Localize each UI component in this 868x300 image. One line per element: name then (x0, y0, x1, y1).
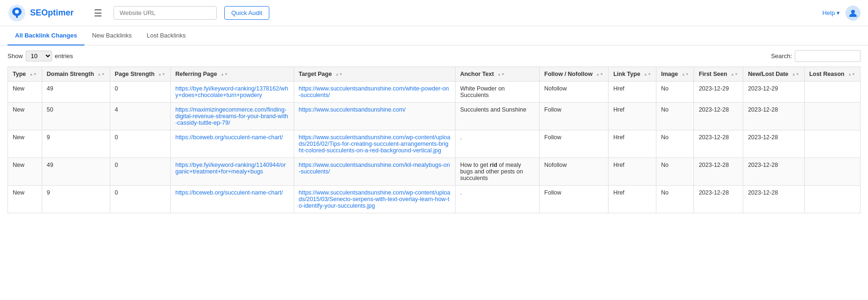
table-cell: 0 (110, 82, 170, 103)
table-cell: New (8, 186, 42, 213)
table-header-row: Type ▲▼ Domain Strength ▲▼ Page Strength… (8, 67, 860, 82)
sort-anchor-icon: ▲▼ (497, 73, 505, 76)
search-input[interactable] (795, 50, 860, 62)
table-cell: 2023-12-28 (694, 103, 743, 130)
url-input[interactable] (114, 6, 217, 20)
table-cell: 2023-12-28 (743, 130, 804, 158)
table-cell (804, 103, 860, 130)
backlinks-table: Type ▲▼ Domain Strength ▲▼ Page Strength… (8, 67, 860, 213)
entries-label: entries (55, 52, 73, 60)
sort-target-icon: ▲▼ (335, 73, 343, 76)
sort-domain-icon: ▲▼ (98, 73, 105, 76)
tab-all-backlink-changes[interactable]: All Backlink Changes (8, 26, 84, 45)
search-area: Search: (771, 50, 860, 62)
table-cell: 2023-12-29 (694, 82, 743, 103)
table-cell: https://www.succulentsandsunshine.com/ki… (294, 158, 455, 186)
table-cell: New (8, 82, 42, 103)
table-cell: https://bceweb.org/succulent-name-chart/ (170, 130, 294, 158)
table-row: New490https://bye.fyi/keyword-ranking/13… (8, 82, 860, 103)
sort-follow-icon: ▲▼ (596, 73, 603, 76)
table-cell (804, 82, 860, 103)
hamburger-icon[interactable]: ☰ (90, 6, 106, 21)
sort-referring-icon: ▲▼ (221, 73, 228, 76)
tab-lost-backlinks[interactable]: Lost Backlinks (139, 26, 193, 45)
col-target-page[interactable]: Target Page ▲▼ (294, 67, 455, 82)
table-cell: No (656, 103, 693, 130)
table-cell (804, 186, 860, 213)
header-right: Help ▾ (822, 6, 860, 21)
table-cell: https://bceweb.org/succulent-name-chart/ (170, 186, 294, 213)
table-cell: No (656, 158, 693, 186)
table-cell: 2023-12-29 (743, 82, 804, 103)
table-cell: Nofollow (540, 158, 609, 186)
col-link-type[interactable]: Link Type ▲▼ (609, 67, 656, 82)
table-cell: Href (609, 158, 656, 186)
sort-newlost-icon: ▲▼ (792, 73, 799, 76)
col-anchor-text[interactable]: Anchor Text ▲▼ (455, 67, 539, 82)
table-cell: 0 (110, 186, 170, 213)
table-cell: https://www.succulentsandsunshine.com/wh… (294, 82, 455, 103)
table-row: New90https://bceweb.org/succulent-name-c… (8, 130, 860, 158)
table-cell: Href (609, 130, 656, 158)
col-first-seen[interactable]: First Seen ▲▼ (694, 67, 743, 82)
table-cell: 0 (110, 158, 170, 186)
tab-new-backlinks[interactable]: New Backlinks (84, 26, 139, 45)
table-cell: https://bye.fyi/keyword-ranking/1140944/… (170, 158, 294, 186)
logo-area: SEOptimer (8, 4, 83, 22)
table-cell: Href (609, 82, 656, 103)
table-cell: Follow (540, 103, 609, 130)
svg-point-1 (15, 10, 19, 14)
table-row: New504https://maximizingecommerce.com/fi… (8, 103, 860, 130)
table-cell: Href (609, 186, 656, 213)
sort-page-icon: ▲▼ (158, 73, 166, 76)
col-image[interactable]: Image ▲▼ (656, 67, 693, 82)
sort-type-icon: ▲▼ (30, 73, 37, 76)
help-button[interactable]: Help ▾ (822, 9, 840, 16)
table-cell: Follow (540, 186, 609, 213)
table-cell: 2023-12-28 (694, 186, 743, 213)
svg-point-2 (851, 10, 855, 14)
table-cell: No (656, 186, 693, 213)
col-domain-strength[interactable]: Domain Strength ▲▼ (42, 67, 110, 82)
table-cell: 50 (42, 103, 110, 130)
user-avatar[interactable] (845, 6, 860, 21)
table-cell: New (8, 158, 42, 186)
table-cell: Succulents and Sunshine (455, 103, 539, 130)
col-referring-page[interactable]: Referring Page ▲▼ (170, 67, 294, 82)
show-label: Show (8, 52, 23, 60)
table-cell: https://maximizingecommerce.com/finding-… (170, 103, 294, 130)
table-cell: 2023-12-28 (743, 103, 804, 130)
table-cell: 2023-12-28 (743, 186, 804, 213)
col-new-lost-date[interactable]: New/Lost Date ▲▼ (743, 67, 804, 82)
table-cell: No (656, 82, 693, 103)
logo-icon (8, 4, 26, 22)
col-lost-reason[interactable]: Lost Reason ▲▼ (804, 67, 860, 82)
search-label: Search: (771, 52, 792, 60)
user-icon (848, 8, 858, 18)
table-cell: 2023-12-28 (743, 158, 804, 186)
col-page-strength[interactable]: Page Strength ▲▼ (110, 67, 170, 82)
table-cell: 9 (42, 130, 110, 158)
logo-text: SEOptimer (30, 8, 74, 18)
table-cell (804, 130, 860, 158)
table-cell: https://www.succulentsandsunshine.com/ (294, 103, 455, 130)
quick-audit-button[interactable]: Quick Audit (224, 6, 269, 20)
col-type[interactable]: Type ▲▼ (8, 67, 42, 82)
sort-image-icon: ▲▼ (682, 73, 689, 76)
table-cell: No (656, 130, 693, 158)
sort-linktype-icon: ▲▼ (644, 73, 651, 76)
col-follow[interactable]: Follow / Nofollow ▲▼ (540, 67, 609, 82)
table-cell: . (455, 130, 539, 158)
table-cell: Nofollow (540, 82, 609, 103)
table-cell: 9 (42, 186, 110, 213)
table-cell: New (8, 103, 42, 130)
table-cell: . (455, 186, 539, 213)
show-entries-control: Show 10 25 50 100 entries (8, 51, 73, 61)
entries-select[interactable]: 10 25 50 100 (26, 51, 52, 61)
table-cell: How to get rid of mealy bugs and other p… (455, 158, 539, 186)
table-cell: 0 (110, 130, 170, 158)
table-cell: 49 (42, 158, 110, 186)
header: SEOptimer ☰ Quick Audit Help ▾ (0, 0, 868, 26)
table-cell: 49 (42, 82, 110, 103)
table-cell: https://www.succulentsandsunshine.com/wp… (294, 130, 455, 158)
